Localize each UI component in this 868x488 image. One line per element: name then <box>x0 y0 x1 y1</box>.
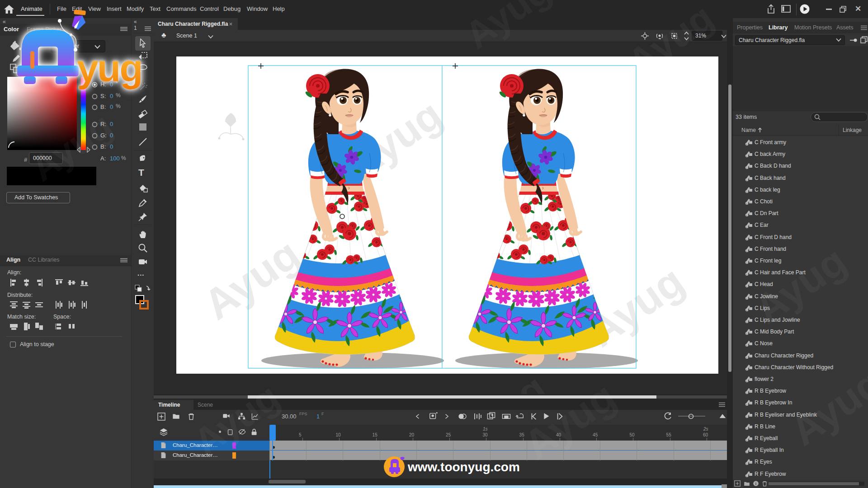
svg-text:www.toonyug.com: www.toonyug.com <box>407 460 520 474</box>
svg-text:yug: yug <box>77 46 142 89</box>
